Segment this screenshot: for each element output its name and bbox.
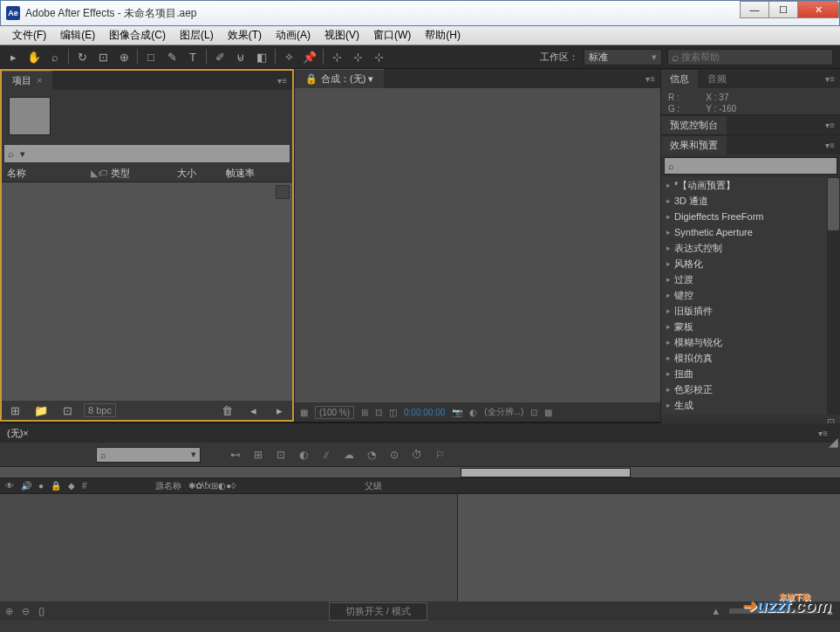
delete-icon[interactable]: 🗑 bbox=[217, 401, 236, 420]
effect-category[interactable]: *【动画预置】 bbox=[661, 177, 840, 193]
panel-menu-icon[interactable]: ▾≡ bbox=[820, 74, 840, 84]
shy-icon[interactable]: ⊙ bbox=[386, 446, 403, 464]
menu-effect[interactable]: 效果(T) bbox=[221, 26, 269, 45]
flowchart-icon[interactable] bbox=[276, 185, 290, 199]
audio-tab[interactable]: 音频 bbox=[699, 70, 735, 88]
comp-mini-icon[interactable]: ⊷ bbox=[227, 446, 244, 464]
timer-icon[interactable]: ⏱ bbox=[408, 446, 426, 464]
bpc-button[interactable]: 8 bpc bbox=[84, 403, 116, 417]
project-tab[interactable]: 项目 bbox=[2, 71, 52, 90]
resize-handle-icon[interactable]: ◢ bbox=[829, 435, 838, 449]
transparency-icon[interactable]: ▦ bbox=[544, 408, 552, 417]
toggle-modes-icon[interactable]: ⊖ bbox=[22, 606, 30, 617]
zoom-in-icon[interactable]: ▲ bbox=[711, 606, 720, 616]
lock-icon[interactable]: 🔒 bbox=[305, 73, 318, 84]
text-tool-icon[interactable]: T bbox=[183, 47, 202, 66]
menu-view[interactable]: 视图(V) bbox=[318, 26, 366, 45]
eraser-tool-icon[interactable]: ◧ bbox=[252, 47, 271, 66]
roto-tool-icon[interactable]: ✧ bbox=[279, 47, 298, 66]
col-type[interactable]: 类型 bbox=[111, 167, 177, 180]
col-size[interactable]: 大小 bbox=[177, 167, 226, 180]
grid-icon[interactable]: ⊡ bbox=[375, 408, 382, 417]
pen-tool-icon[interactable]: ✎ bbox=[162, 47, 181, 66]
menu-file[interactable]: 文件(F) bbox=[5, 26, 53, 45]
panel-menu-icon[interactable]: ▾≡ bbox=[272, 76, 292, 86]
effect-category[interactable]: 表达式控制 bbox=[661, 240, 840, 256]
effects-scrollbar[interactable] bbox=[827, 177, 840, 415]
panel-menu-icon[interactable]: ▾≡ bbox=[820, 120, 840, 130]
scroll-left-icon[interactable]: ◂ bbox=[243, 401, 263, 420]
zoom-select[interactable]: (100 %) bbox=[315, 406, 354, 419]
minimize-button[interactable]: — bbox=[740, 1, 769, 18]
toggle-switches-icon[interactable]: ⊕ bbox=[5, 606, 13, 617]
project-search[interactable] bbox=[3, 144, 290, 163]
effects-search[interactable] bbox=[664, 157, 837, 175]
help-search-input[interactable] bbox=[681, 52, 829, 62]
composition-viewer[interactable] bbox=[295, 88, 660, 402]
effect-category[interactable]: 生成 bbox=[661, 397, 840, 413]
col-name[interactable]: 名称 bbox=[7, 167, 91, 180]
menu-layer[interactable]: 图层(L) bbox=[173, 26, 221, 45]
resolution-icon[interactable]: ⊞ bbox=[361, 408, 368, 417]
switch-mode-button[interactable]: 切换开关 / 模式 bbox=[329, 602, 427, 621]
info-tab[interactable]: 信息 bbox=[661, 70, 698, 88]
effect-category[interactable]: 模糊与锐化 bbox=[661, 334, 840, 350]
effect-category[interactable]: Synthetic Aperture bbox=[661, 224, 840, 240]
timeline-search[interactable] bbox=[96, 447, 201, 463]
preview-tab[interactable]: 预览控制台 bbox=[661, 116, 727, 134]
shape-tool-icon[interactable]: □ bbox=[141, 47, 160, 66]
menu-help[interactable]: 帮助(H) bbox=[418, 26, 468, 45]
hand-tool-icon[interactable]: ✋ bbox=[24, 47, 44, 66]
timecode[interactable]: 0:00:00:00 bbox=[404, 408, 445, 417]
scroll-right-icon[interactable]: ▸ bbox=[270, 401, 289, 420]
brainstorm-icon[interactable]: ☁ bbox=[340, 446, 358, 464]
puppet-tool-icon[interactable]: 📌 bbox=[300, 47, 319, 66]
effect-category[interactable]: 3D 通道 bbox=[661, 193, 840, 209]
frame-blend-icon[interactable]: ⊡ bbox=[272, 446, 290, 464]
expand-icon[interactable]: {} bbox=[38, 606, 44, 616]
zoom-tool-icon[interactable]: ⌕ bbox=[45, 47, 65, 66]
selection-tool-icon[interactable]: ▸ bbox=[3, 47, 23, 66]
lock-icon[interactable]: 🔒 bbox=[51, 481, 61, 491]
col-rate[interactable]: 帧速率 bbox=[226, 167, 255, 180]
camera-tool-icon[interactable]: ⊡ bbox=[93, 47, 113, 66]
snapshot-icon[interactable]: 📷 bbox=[452, 408, 462, 417]
parent-col[interactable]: 父级 bbox=[365, 480, 382, 492]
tag-icon[interactable]: ◣🏷 bbox=[91, 168, 107, 179]
auto-keyframe-icon[interactable]: ◔ bbox=[363, 446, 380, 464]
world-axis-icon[interactable]: ⊹ bbox=[348, 47, 367, 66]
always-preview-icon[interactable]: ▦ bbox=[300, 408, 308, 417]
workspace-select[interactable]: 标准 bbox=[584, 49, 662, 65]
menu-composition[interactable]: 图像合成(C) bbox=[102, 26, 173, 45]
motion-blur-icon[interactable]: ◐ bbox=[295, 446, 312, 464]
channel-icon[interactable]: ◐ bbox=[469, 408, 477, 417]
brush-tool-icon[interactable]: ✐ bbox=[210, 47, 229, 66]
draft-3d-icon[interactable]: ⊞ bbox=[249, 446, 267, 464]
solo-icon[interactable]: ● bbox=[38, 481, 44, 491]
view-axis-icon[interactable]: ⊹ bbox=[369, 47, 388, 66]
label-icon[interactable]: ◆ bbox=[68, 481, 75, 491]
new-folder-icon[interactable]: 📁 bbox=[31, 401, 51, 420]
effect-category[interactable]: 过渡 bbox=[661, 271, 840, 287]
resolution-select[interactable]: (全分辨...) bbox=[484, 406, 523, 418]
effect-category[interactable]: 扭曲 bbox=[661, 366, 840, 381]
menu-edit[interactable]: 编辑(E) bbox=[53, 26, 102, 45]
panel-menu-icon[interactable]: ▾≡ bbox=[820, 141, 840, 150]
help-search[interactable] bbox=[667, 49, 833, 65]
mask-icon[interactable]: ◫ bbox=[389, 408, 397, 417]
comp-tab[interactable]: 🔒合成：(无) ▾ bbox=[295, 69, 384, 88]
eye-icon[interactable]: 👁 bbox=[5, 481, 14, 491]
source-name-col[interactable]: 源名称 bbox=[155, 480, 181, 492]
close-button[interactable]: ✕ bbox=[797, 1, 839, 18]
clone-tool-icon[interactable]: ⊌ bbox=[231, 47, 250, 66]
switches-icon[interactable]: ✱✿\fx⊞◐●◊ bbox=[188, 481, 236, 491]
new-comp-icon[interactable]: ⊡ bbox=[58, 401, 77, 420]
menu-animation[interactable]: 动画(A) bbox=[269, 26, 318, 45]
menu-window[interactable]: 窗口(W) bbox=[366, 26, 418, 45]
timeline-ruler[interactable] bbox=[0, 467, 840, 478]
project-list[interactable] bbox=[2, 182, 292, 401]
panel-menu-icon[interactable]: ▾≡ bbox=[640, 74, 660, 84]
work-area[interactable] bbox=[461, 468, 631, 477]
timeline-tab[interactable]: (无) bbox=[7, 427, 23, 440]
roi-icon[interactable]: ⊡ bbox=[530, 408, 537, 417]
